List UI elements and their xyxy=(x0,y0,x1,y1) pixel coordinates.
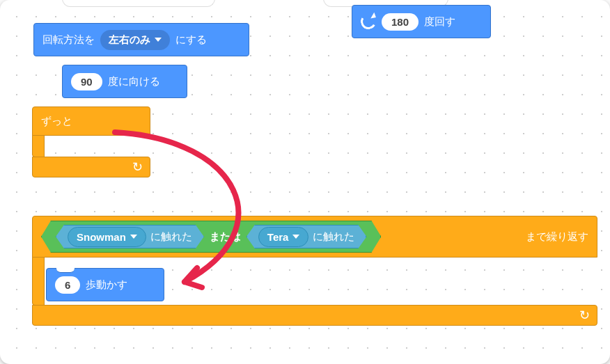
set-rotation-style-block[interactable]: 回転方法を 左右のみ にする xyxy=(33,23,249,56)
touch-target-2-value: Tera xyxy=(267,231,289,243)
touch-target-2-dropdown[interactable]: Tera xyxy=(258,227,309,247)
rotation-suffix: にする xyxy=(175,33,207,47)
touch-target-1-dropdown[interactable]: Snowman xyxy=(68,227,146,247)
move-steps-input[interactable]: 6 xyxy=(55,276,80,294)
point-label: 度に向ける xyxy=(108,75,160,88)
repeat-until-block[interactable]: Snowman に触れた または Tera に触れた まで繰り返す xyxy=(32,216,597,258)
chevron-down-icon xyxy=(130,235,137,239)
loop-arrow-icon: ↻ xyxy=(132,159,143,175)
touching-block-2[interactable]: Tera に触れた xyxy=(247,225,367,248)
touching-label-1: に触れた xyxy=(150,230,192,244)
touching-label-2: に触れた xyxy=(313,230,354,244)
workspace[interactable]: 180 度回す 回転方法を 左右のみ にする 90 度に向ける ずっと ↻ xyxy=(0,0,610,364)
turn-degrees-block[interactable]: 180 度回す xyxy=(352,5,491,38)
touching-block-1[interactable]: Snowman に触れた xyxy=(56,225,204,248)
forever-block[interactable]: ずっと xyxy=(32,106,150,136)
touch-target-1-value: Snowman xyxy=(77,231,126,243)
rotation-mode-dropdown[interactable]: 左右のみ xyxy=(100,30,170,50)
turn-degrees-input[interactable]: 180 xyxy=(382,13,419,31)
turn-label: 度回す xyxy=(424,15,455,29)
rotate-ccw-icon xyxy=(359,13,378,31)
forever-arm[interactable] xyxy=(32,135,45,157)
forever-label: ずっと xyxy=(41,115,72,128)
move-steps-block[interactable]: 6 歩動かす xyxy=(46,268,164,301)
rotation-prefix: 回転方法を xyxy=(42,33,95,47)
or-label: または xyxy=(210,230,241,244)
move-label: 歩動かす xyxy=(86,278,127,292)
forever-bottom[interactable]: ↻ xyxy=(32,157,150,177)
repeat-bottom[interactable]: ↻ xyxy=(32,305,597,326)
or-operator[interactable]: Snowman に触れた または Tera に触れた xyxy=(41,221,381,253)
loop-arrow-icon: ↻ xyxy=(579,308,590,323)
repeat-arm[interactable] xyxy=(32,257,45,306)
chevron-down-icon xyxy=(155,38,162,42)
block-edge xyxy=(62,0,215,7)
chevron-down-icon xyxy=(292,235,299,239)
repeat-until-suffix: まで繰り返す xyxy=(526,230,588,244)
point-degrees-input[interactable]: 90 xyxy=(71,73,102,90)
rotation-mode-value: 左右のみ xyxy=(109,33,150,47)
point-direction-block[interactable]: 90 度に向ける xyxy=(62,65,187,98)
